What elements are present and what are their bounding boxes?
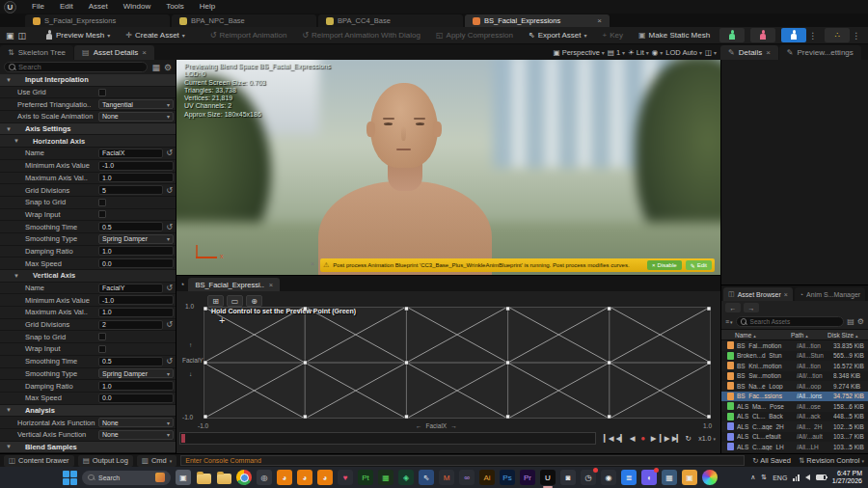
tab-preview-scene-settings[interactable]: ✎ Preview...ettings bbox=[779, 45, 861, 60]
show-dropdown[interactable]: ◉▾ bbox=[652, 48, 664, 57]
filter-icon[interactable]: ≡▾ bbox=[725, 318, 733, 325]
back-button[interactable]: ← bbox=[725, 303, 741, 312]
browse-to-asset-icon[interactable]: ◫ bbox=[18, 29, 27, 42]
asset-row[interactable]: Broken...d_Stun /All...Stun 565...9 KiB bbox=[721, 351, 868, 362]
asset-row[interactable]: ALS_C...age_2H /All..._2H 102...5 KiB bbox=[721, 421, 868, 432]
skeleton-mode-button[interactable] bbox=[719, 28, 745, 42]
value-field[interactable]: 1.0 bbox=[98, 308, 174, 317]
search-input[interactable]: Search bbox=[4, 62, 148, 72]
animation-mode-button[interactable] bbox=[781, 28, 806, 42]
viewport-tool-icon[interactable] bbox=[180, 46, 192, 58]
property-row[interactable]: ▼ Analysis bbox=[0, 405, 176, 418]
battery-icon[interactable] bbox=[816, 474, 827, 480]
screen-size-dropdown[interactable]: ▤1▾ bbox=[608, 48, 625, 57]
value-field[interactable]: 5 bbox=[98, 185, 163, 195]
column-disk-size[interactable]: Disk Size ▴ bbox=[827, 332, 868, 339]
taskbar-app-icon[interactable]: Pt bbox=[358, 470, 373, 485]
edit-button[interactable]: ✎Edit bbox=[686, 260, 712, 270]
viewport-tool-icon[interactable] bbox=[311, 46, 322, 58]
value-field[interactable]: 1.0 bbox=[98, 246, 174, 256]
reset-to-default-icon[interactable]: ↺ bbox=[165, 149, 174, 157]
cinematic-camera-dropdown[interactable]: ◫▾ bbox=[705, 48, 717, 57]
playback-speed-dropdown[interactable]: x1.0▾ bbox=[698, 435, 716, 442]
export-asset-button[interactable]: ⇖ Export Asset▾ bbox=[523, 28, 593, 42]
property-row[interactable]: Preferred Triangulatio.. Tangential▾ bbox=[0, 98, 176, 111]
close-icon[interactable]: × bbox=[766, 48, 771, 57]
dropdown[interactable]: None▾ bbox=[98, 430, 174, 440]
start-button[interactable] bbox=[62, 470, 77, 485]
all-saved-status[interactable]: ↻ All Saved bbox=[752, 456, 791, 465]
property-row[interactable]: Minimum Axis Value -1.0 bbox=[0, 294, 176, 307]
folder-icon[interactable]: ▤ bbox=[847, 317, 854, 326]
close-icon[interactable]: × bbox=[142, 48, 147, 57]
viewport-tool-icon[interactable] bbox=[224, 46, 235, 58]
viewport-tool-icon[interactable] bbox=[296, 46, 308, 58]
tab-skeleton-tree[interactable]: ⇅ Skeleton Tree bbox=[0, 45, 73, 60]
preview-viewport[interactable]: Previewing Blend Space BS_Facial_Express… bbox=[176, 60, 720, 275]
taskbar-app-icon[interactable]: ◖ bbox=[641, 470, 657, 485]
taskbar-app-icon[interactable] bbox=[196, 470, 211, 485]
make-static-mesh-button[interactable]: ▣ Make Static Mesh bbox=[633, 28, 716, 42]
viewport-tool-icon[interactable] bbox=[325, 46, 337, 58]
viewport-tool-icon[interactable] bbox=[253, 46, 264, 58]
menu-item[interactable]: File bbox=[24, 0, 52, 14]
property-row[interactable]: Damping Ratio 1.0 bbox=[0, 380, 176, 393]
taskbar-app-icon[interactable]: ⇖ bbox=[419, 470, 434, 485]
menu-item[interactable]: Help bbox=[192, 0, 223, 14]
asset-row[interactable]: ALS_CL...efault /All/...ault 103...7 KiB bbox=[721, 432, 868, 443]
property-row[interactable]: Max Speed 0.0 bbox=[0, 393, 176, 405]
chevron-down-icon[interactable]: ▼ bbox=[6, 407, 12, 413]
property-row[interactable]: Snap to Grid bbox=[0, 331, 176, 343]
console-command-input[interactable]: Enter Console Command bbox=[180, 455, 745, 466]
checkbox[interactable] bbox=[98, 89, 106, 96]
property-row[interactable]: Damping Ratio 1.0 bbox=[0, 246, 176, 258]
lit-dropdown[interactable]: ☀Lit▾ bbox=[628, 48, 649, 57]
tab-asset-browser[interactable]: ◫ Asset Browser × bbox=[723, 287, 793, 301]
step-back-button[interactable]: ◀▎ bbox=[616, 434, 626, 443]
revision-control-dropdown[interactable]: ⇅ Revision Control ▾ bbox=[799, 456, 864, 465]
view-options-icon[interactable]: ▦ bbox=[151, 63, 160, 72]
tray-sync-icon[interactable]: ⇅ bbox=[761, 474, 767, 481]
chevron-down-icon[interactable]: ▼ bbox=[14, 273, 19, 279]
property-row[interactable]: Name FacialX ↺ bbox=[0, 148, 176, 160]
asset-row[interactable]: BS_Fac...ssions /All...ions 34.752 KiB bbox=[721, 392, 868, 402]
taskbar-app-icon[interactable] bbox=[236, 470, 252, 485]
viewport-tool-icon[interactable] bbox=[339, 46, 351, 58]
taskbar-app-icon[interactable]: ▣ bbox=[176, 470, 191, 485]
add-key-button[interactable]: +Key bbox=[597, 28, 629, 42]
mesh-mode-button[interactable] bbox=[750, 28, 775, 42]
taskbar-app-icon[interactable]: Pr bbox=[520, 470, 535, 485]
taskbar-app-icon[interactable]: ◕ bbox=[277, 470, 292, 485]
dropdown[interactable]: None▾ bbox=[98, 418, 174, 427]
menu-item[interactable]: Tools bbox=[158, 0, 192, 14]
document-tab[interactable]: S_Facial_Expressions bbox=[25, 14, 170, 27]
close-icon[interactable]: × bbox=[597, 16, 602, 25]
asset-row[interactable]: BS_Na...e_Loop /All...oop 9.274 KiB bbox=[721, 381, 868, 392]
viewport-tool-icon[interactable] bbox=[282, 46, 293, 58]
dropdown[interactable]: Spring Damper▾ bbox=[98, 234, 174, 244]
create-asset-button[interactable]: ✛ Create Asset▾ bbox=[120, 28, 191, 42]
preview-mesh-button[interactable]: Preview Mesh▾ bbox=[40, 28, 116, 42]
column-name[interactable]: Name ▴ bbox=[721, 332, 791, 339]
property-row[interactable]: ▼ Axis Settings bbox=[0, 123, 176, 136]
kebab-icon[interactable]: ⋮ bbox=[850, 31, 862, 41]
asset-row[interactable]: ALS_Ma..._Pose /All...ose 158...6 KiB bbox=[721, 401, 868, 412]
clock[interactable]: 6:47 PM 1/27/2026 bbox=[832, 470, 862, 485]
viewport-tool-icon[interactable] bbox=[267, 46, 279, 58]
value-field[interactable]: -1.0 bbox=[98, 161, 174, 171]
language-indicator[interactable]: ENG bbox=[773, 474, 787, 481]
search-assets-input[interactable]: Search Assets bbox=[736, 316, 845, 327]
value-field[interactable]: 1.0 bbox=[98, 381, 174, 391]
taskbar-app-icon[interactable]: ♥ bbox=[338, 470, 353, 485]
loop-button[interactable]: ↻ bbox=[684, 434, 692, 443]
menu-item[interactable]: Asset bbox=[81, 0, 116, 14]
reset-to-default-icon[interactable]: ↺ bbox=[165, 357, 174, 366]
taskbar-app-icon[interactable]: ◕ bbox=[317, 470, 333, 485]
tab-details[interactable]: ✎ Details × bbox=[720, 45, 778, 60]
reimport-animation-button[interactable]: ↺Reimport Animation bbox=[204, 28, 293, 42]
step-forward-button[interactable]: ▎▶ bbox=[660, 434, 669, 443]
speaker-icon[interactable] bbox=[805, 474, 810, 480]
document-tab[interactable]: BPA_NPC_Base bbox=[172, 14, 316, 27]
property-row[interactable]: Minimum Axis Value -1.0 bbox=[0, 160, 176, 173]
taskbar-app-icon[interactable]: ◈ bbox=[398, 470, 414, 485]
